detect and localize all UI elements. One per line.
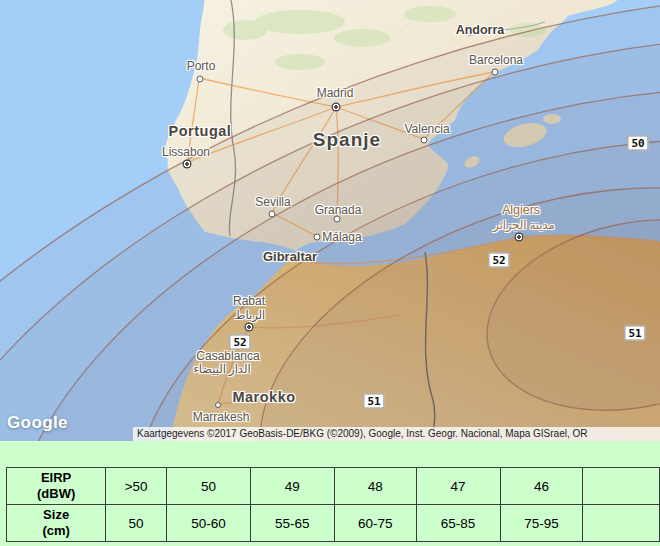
map-label-casablanca: Casablanca xyxy=(196,349,259,363)
contour-label-52-rabat: 52 xyxy=(229,335,250,350)
map-label-algiers: Algiers xyxy=(502,203,540,217)
map-label-marrakesh: Marrakesh xyxy=(193,410,250,424)
eirp-value-cell: >50 xyxy=(106,468,167,505)
contour-label-50: 50 xyxy=(627,136,648,151)
city-dot-madrid xyxy=(332,103,341,112)
city-dot-malaga xyxy=(314,234,321,241)
eirp-value-cell: 48 xyxy=(334,468,416,505)
map-label-lissabon: Lissabon xyxy=(162,145,210,159)
size-value-cell: 60-75 xyxy=(334,505,416,542)
city-dot-valencia xyxy=(421,137,428,144)
map-artwork xyxy=(0,0,660,441)
size-value-cell-clipped xyxy=(583,505,660,542)
size-value-cell: 75-95 xyxy=(500,505,583,542)
eirp-header-cell: EIRP (dBW) xyxy=(7,468,106,505)
eirp-size-table: EIRP (dBW) >50 50 49 48 47 46 Size (cm) … xyxy=(6,467,660,542)
map-label-sevilla: Sevilla xyxy=(255,195,290,209)
city-dot-algiers xyxy=(515,233,524,242)
map-label-andorra: Andorra xyxy=(456,23,505,37)
contour-label-52-algiers: 52 xyxy=(488,253,509,268)
eirp-value-cell: 49 xyxy=(250,468,334,505)
map-label-rabat: Rabat xyxy=(233,294,265,308)
google-logo[interactable]: Google xyxy=(7,413,68,433)
table-row-size: Size (cm) 50 50-60 55-65 60-75 65-85 75-… xyxy=(7,505,660,542)
size-value-cell: 50 xyxy=(106,505,167,542)
city-dot-sevilla xyxy=(269,211,276,218)
eirp-value-cell: 50 xyxy=(167,468,251,505)
map-attribution: Kaartgegevens ©2017 GeoBasis-DE/BKG (©20… xyxy=(133,427,660,441)
size-header-cell: Size (cm) xyxy=(7,505,106,542)
city-dot-rabat xyxy=(245,323,254,332)
eirp-value-cell-clipped xyxy=(583,468,660,505)
map-label-valencia: Valencia xyxy=(404,122,449,136)
city-dot-lissabon xyxy=(183,160,192,169)
map-label-gibraltar: Gibraltar xyxy=(263,249,317,264)
city-dot-marokko xyxy=(215,402,221,408)
map-label-rabat-arabic: الرباط xyxy=(235,308,265,322)
map-label-algiers-arabic: مدينة الجزائر xyxy=(493,218,554,232)
map-label-barcelona: Barcelona xyxy=(469,53,523,67)
map-label-spanje: Spanje xyxy=(313,129,381,151)
map-label-portugal: Portugal xyxy=(169,123,232,139)
map-label-marokko: Marokko xyxy=(232,389,295,405)
contour-label-51-south: 51 xyxy=(363,394,384,409)
size-value-cell: 50-60 xyxy=(167,505,251,542)
eirp-value-cell: 47 xyxy=(416,468,500,505)
map-label-madrid: Madrid xyxy=(317,86,354,100)
city-dot-barcelona xyxy=(492,69,499,76)
contour-label-51-east: 51 xyxy=(624,326,645,341)
map-label-casablanca-arabic: الدار البيضاء xyxy=(193,362,250,376)
eirp-value-cell: 46 xyxy=(500,468,583,505)
table-row-eirp: EIRP (dBW) >50 50 49 48 47 46 xyxy=(7,468,660,505)
city-dot-porto xyxy=(197,76,204,83)
size-value-cell: 65-85 xyxy=(416,505,500,542)
map-label-malaga: Málaga xyxy=(322,230,361,244)
map-canvas[interactable]: Porto Portugal Lissabon Madrid Spanje Va… xyxy=(0,0,660,441)
size-value-cell: 55-65 xyxy=(250,505,334,542)
map-label-porto: Porto xyxy=(187,59,216,73)
eirp-footer: EIRP (dBW) >50 50 49 48 47 46 Size (cm) … xyxy=(0,441,660,546)
screenshot-root: Porto Portugal Lissabon Madrid Spanje Va… xyxy=(0,0,660,546)
map-label-granada: Granada xyxy=(315,203,362,217)
